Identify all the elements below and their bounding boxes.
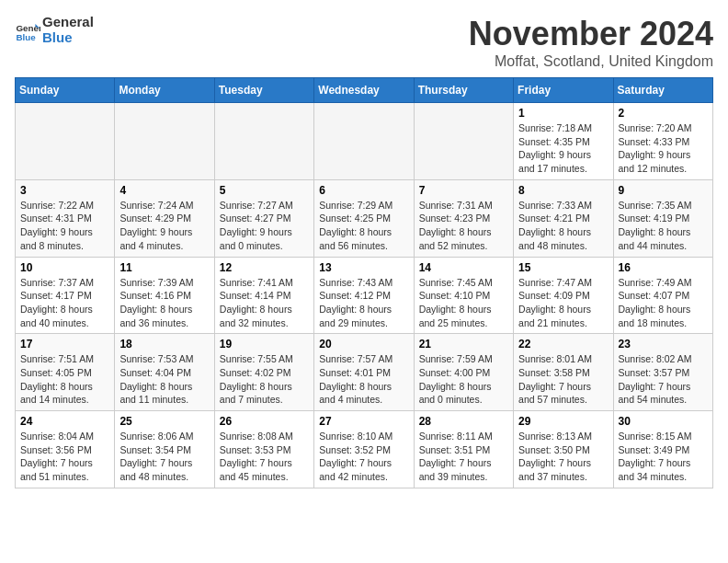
day-number: 3	[20, 184, 109, 197]
weekday-header: Friday	[514, 78, 613, 103]
day-number: 7	[419, 184, 508, 197]
weekday-header: Sunday	[16, 78, 115, 103]
day-info: Sunrise: 7:22 AM Sunset: 4:31 PM Dayligh…	[20, 199, 109, 253]
calendar-day-cell: 28Sunrise: 8:11 AM Sunset: 3:51 PM Dayli…	[414, 411, 513, 488]
calendar-day-cell: 10Sunrise: 7:37 AM Sunset: 4:17 PM Dayli…	[16, 257, 115, 334]
title-area: November 2024 Moffat, Scotland, United K…	[469, 15, 713, 70]
day-info: Sunrise: 8:04 AM Sunset: 3:56 PM Dayligh…	[20, 430, 109, 484]
calendar-day-cell	[314, 103, 414, 180]
day-info: Sunrise: 7:53 AM Sunset: 4:04 PM Dayligh…	[119, 352, 209, 407]
location-title: Moffat, Scotland, United Kingdom	[469, 53, 713, 70]
calendar-day-cell: 24Sunrise: 8:04 AM Sunset: 3:56 PM Dayli…	[16, 411, 115, 488]
day-info: Sunrise: 7:41 AM Sunset: 4:14 PM Dayligh…	[220, 276, 309, 330]
day-info: Sunrise: 7:35 AM Sunset: 4:19 PM Dayligh…	[619, 199, 708, 253]
day-number: 14	[419, 261, 508, 274]
day-number: 11	[119, 261, 209, 274]
calendar-table: SundayMondayTuesdayWednesdayThursdayFrid…	[15, 77, 713, 488]
day-number: 28	[419, 415, 508, 428]
calendar-day-cell: 4Sunrise: 7:24 AM Sunset: 4:29 PM Daylig…	[115, 179, 214, 257]
day-number: 21	[419, 338, 508, 350]
day-number: 17	[20, 338, 109, 350]
day-info: Sunrise: 7:39 AM Sunset: 4:16 PM Dayligh…	[119, 276, 209, 330]
calendar-day-cell: 18Sunrise: 7:53 AM Sunset: 4:04 PM Dayli…	[115, 334, 214, 411]
day-number: 12	[220, 261, 309, 274]
calendar-day-cell	[214, 103, 313, 180]
calendar-week-row: 24Sunrise: 8:04 AM Sunset: 3:56 PM Dayli…	[16, 411, 713, 488]
header: General Blue General Blue November 2024 …	[15, 15, 713, 70]
logo-line2: Blue	[42, 30, 94, 46]
calendar-day-cell: 15Sunrise: 7:47 AM Sunset: 4:09 PM Dayli…	[514, 257, 613, 334]
calendar-day-cell: 13Sunrise: 7:43 AM Sunset: 4:12 PM Dayli…	[314, 257, 414, 334]
logo: General Blue General Blue	[15, 15, 94, 45]
day-info: Sunrise: 7:33 AM Sunset: 4:21 PM Dayligh…	[518, 199, 608, 253]
day-info: Sunrise: 7:43 AM Sunset: 4:12 PM Dayligh…	[319, 276, 408, 330]
day-number: 20	[319, 338, 408, 350]
weekday-header: Thursday	[414, 78, 513, 103]
day-info: Sunrise: 7:45 AM Sunset: 4:10 PM Dayligh…	[419, 276, 508, 330]
calendar-day-cell: 14Sunrise: 7:45 AM Sunset: 4:10 PM Dayli…	[414, 257, 513, 334]
day-info: Sunrise: 7:24 AM Sunset: 4:29 PM Dayligh…	[119, 199, 209, 253]
day-info: Sunrise: 7:27 AM Sunset: 4:27 PM Dayligh…	[220, 199, 309, 253]
calendar-day-cell: 16Sunrise: 7:49 AM Sunset: 4:07 PM Dayli…	[613, 257, 712, 334]
day-info: Sunrise: 8:13 AM Sunset: 3:50 PM Dayligh…	[518, 430, 608, 484]
day-info: Sunrise: 8:11 AM Sunset: 3:51 PM Dayligh…	[419, 430, 508, 484]
calendar-week-row: 1Sunrise: 7:18 AM Sunset: 4:35 PM Daylig…	[16, 103, 713, 180]
day-number: 27	[319, 415, 408, 428]
calendar-day-cell: 3Sunrise: 7:22 AM Sunset: 4:31 PM Daylig…	[16, 179, 115, 257]
calendar-day-cell: 30Sunrise: 8:15 AM Sunset: 3:49 PM Dayli…	[613, 411, 712, 488]
day-info: Sunrise: 7:47 AM Sunset: 4:09 PM Dayligh…	[518, 276, 608, 330]
day-info: Sunrise: 7:59 AM Sunset: 4:00 PM Dayligh…	[419, 352, 508, 407]
logo-line1: General	[42, 15, 94, 30]
day-info: Sunrise: 8:06 AM Sunset: 3:54 PM Dayligh…	[119, 430, 209, 484]
day-info: Sunrise: 7:18 AM Sunset: 4:35 PM Dayligh…	[518, 121, 608, 176]
calendar-day-cell: 9Sunrise: 7:35 AM Sunset: 4:19 PM Daylig…	[613, 179, 712, 257]
day-info: Sunrise: 7:51 AM Sunset: 4:05 PM Dayligh…	[20, 352, 109, 407]
calendar-day-cell	[16, 103, 115, 180]
day-number: 2	[619, 107, 708, 120]
day-number: 30	[619, 415, 708, 428]
day-info: Sunrise: 8:10 AM Sunset: 3:52 PM Dayligh…	[319, 430, 408, 484]
day-number: 6	[319, 184, 408, 197]
calendar-day-cell: 6Sunrise: 7:29 AM Sunset: 4:25 PM Daylig…	[314, 179, 414, 257]
day-number: 10	[20, 261, 109, 274]
calendar-header-row: SundayMondayTuesdayWednesdayThursdayFrid…	[16, 78, 713, 103]
calendar-day-cell: 21Sunrise: 7:59 AM Sunset: 4:00 PM Dayli…	[414, 334, 513, 411]
logo-icon: General Blue	[15, 17, 40, 43]
day-number: 9	[619, 184, 708, 197]
day-number: 29	[518, 415, 608, 428]
day-number: 25	[119, 415, 209, 428]
calendar-day-cell: 26Sunrise: 8:08 AM Sunset: 3:53 PM Dayli…	[214, 411, 313, 488]
calendar-day-cell	[414, 103, 513, 180]
day-number: 8	[518, 184, 608, 197]
calendar-day-cell: 5Sunrise: 7:27 AM Sunset: 4:27 PM Daylig…	[214, 179, 313, 257]
calendar-day-cell: 27Sunrise: 8:10 AM Sunset: 3:52 PM Dayli…	[314, 411, 414, 488]
weekday-header: Saturday	[613, 78, 712, 103]
day-number: 19	[220, 338, 309, 350]
calendar-day-cell: 7Sunrise: 7:31 AM Sunset: 4:23 PM Daylig…	[414, 179, 513, 257]
day-info: Sunrise: 8:08 AM Sunset: 3:53 PM Dayligh…	[220, 430, 309, 484]
calendar-day-cell: 19Sunrise: 7:55 AM Sunset: 4:02 PM Dayli…	[214, 334, 313, 411]
calendar-day-cell: 11Sunrise: 7:39 AM Sunset: 4:16 PM Dayli…	[115, 257, 214, 334]
day-info: Sunrise: 8:01 AM Sunset: 3:58 PM Dayligh…	[518, 352, 608, 407]
calendar-day-cell: 17Sunrise: 7:51 AM Sunset: 4:05 PM Dayli…	[16, 334, 115, 411]
calendar-day-cell: 25Sunrise: 8:06 AM Sunset: 3:54 PM Dayli…	[115, 411, 214, 488]
calendar-day-cell: 1Sunrise: 7:18 AM Sunset: 4:35 PM Daylig…	[514, 103, 613, 180]
day-info: Sunrise: 7:31 AM Sunset: 4:23 PM Dayligh…	[419, 199, 508, 253]
day-number: 5	[220, 184, 309, 197]
calendar-day-cell: 12Sunrise: 7:41 AM Sunset: 4:14 PM Dayli…	[214, 257, 313, 334]
day-info: Sunrise: 8:15 AM Sunset: 3:49 PM Dayligh…	[619, 430, 708, 484]
calendar-day-cell: 29Sunrise: 8:13 AM Sunset: 3:50 PM Dayli…	[514, 411, 613, 488]
day-number: 15	[518, 261, 608, 274]
day-number: 16	[619, 261, 708, 274]
calendar-week-row: 17Sunrise: 7:51 AM Sunset: 4:05 PM Dayli…	[16, 334, 713, 411]
weekday-header: Tuesday	[214, 78, 313, 103]
weekday-header: Wednesday	[314, 78, 414, 103]
day-info: Sunrise: 8:02 AM Sunset: 3:57 PM Dayligh…	[619, 352, 708, 407]
day-number: 23	[619, 338, 708, 350]
day-info: Sunrise: 7:29 AM Sunset: 4:25 PM Dayligh…	[319, 199, 408, 253]
calendar-week-row: 3Sunrise: 7:22 AM Sunset: 4:31 PM Daylig…	[16, 179, 713, 257]
day-info: Sunrise: 7:37 AM Sunset: 4:17 PM Dayligh…	[20, 276, 109, 330]
svg-text:Blue: Blue	[16, 32, 36, 42]
day-number: 22	[518, 338, 608, 350]
day-info: Sunrise: 7:49 AM Sunset: 4:07 PM Dayligh…	[619, 276, 708, 330]
